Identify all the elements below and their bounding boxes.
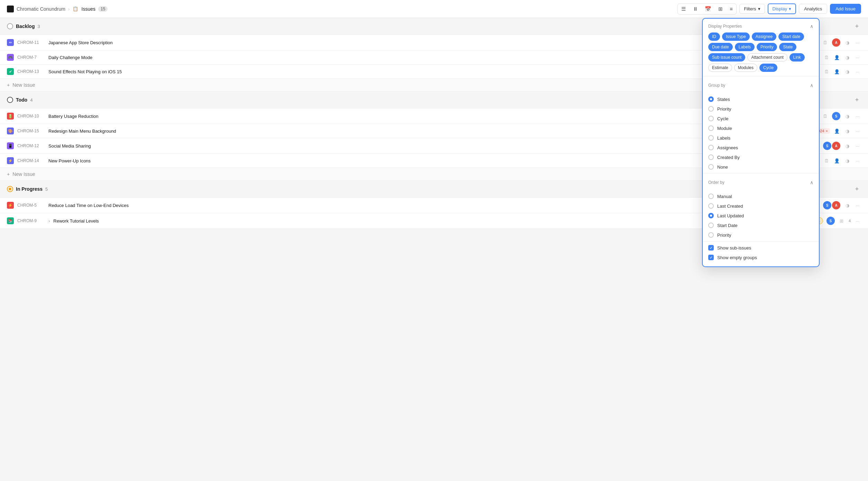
order-by-title: Order by ∧	[708, 180, 813, 185]
analytics-button[interactable]: Analytics	[799, 4, 827, 14]
contrast-icon[interactable]: ◑	[844, 202, 851, 209]
orderby-label-manual: Manual	[717, 194, 732, 199]
groupby-option-created_by[interactable]: Created By	[703, 152, 819, 162]
contrast-icon[interactable]: ◑	[844, 54, 851, 61]
inprogress-add-button[interactable]: +	[853, 185, 861, 193]
issue-type-icon: ⚡	[7, 202, 14, 209]
todo-add-button[interactable]: +	[853, 96, 861, 104]
date-remove-btn[interactable]: ×	[826, 129, 828, 133]
contrast-icon[interactable]: ◑	[844, 113, 851, 120]
more-icon[interactable]: ···	[854, 39, 861, 46]
groupby-label-module: Module	[717, 126, 732, 131]
property-chip-estimate[interactable]: Estimate	[708, 64, 732, 72]
table-view-btn[interactable]: ⊞	[715, 4, 726, 14]
issue-id: CHROM-12	[17, 143, 45, 148]
more-icon[interactable]: ···	[854, 113, 861, 120]
group-by-title: Group by ∧	[708, 83, 813, 88]
filters-button[interactable]: Filters ▾	[739, 4, 765, 14]
calendar-alt-icon[interactable]: 🗓	[823, 68, 830, 75]
property-chip-labels[interactable]: Labels	[735, 43, 755, 51]
more-icon[interactable]: ···	[854, 202, 861, 209]
contrast-icon[interactable]: ◑	[844, 142, 851, 149]
contrast-icon[interactable]: ◑	[844, 128, 851, 134]
orderby-option-last_updated[interactable]: Last Updated	[703, 211, 819, 220]
orderby-option-manual[interactable]: Manual	[703, 191, 819, 201]
calendar-alt-icon[interactable]: 🗓	[823, 157, 830, 164]
todo-count: 4	[30, 97, 33, 103]
issue-meta: 📅 🗓 👤 ◑ ···	[813, 54, 861, 61]
issue-id: CHROM-5	[17, 203, 45, 208]
assign-icon[interactable]: 👤	[833, 128, 840, 134]
contrast-icon[interactable]: ◑	[844, 39, 851, 46]
issue-type-icon: ✔	[7, 68, 14, 75]
layers-icon[interactable]: ⊞	[838, 217, 845, 224]
more-icon[interactable]: ···	[854, 217, 861, 224]
property-chip-link[interactable]: Link	[789, 53, 805, 62]
arrow-icon: ›	[48, 218, 50, 224]
property-chip-due_date[interactable]: Due date	[708, 43, 733, 51]
calendar-alt-icon[interactable]: 🗓	[822, 39, 829, 46]
orderby-option-start_date[interactable]: Start Date	[703, 220, 819, 229]
issue-id: CHROM-15	[17, 129, 45, 133]
new-issue-label: New Issue	[12, 171, 35, 177]
groupby-option-labels[interactable]: Labels	[703, 133, 819, 143]
order-by-collapse-btn[interactable]: ∧	[810, 180, 813, 185]
issue-id: CHROM-13	[17, 69, 45, 74]
contrast-icon[interactable]: ◑	[844, 157, 851, 164]
contrast-icon[interactable]: ◑	[844, 68, 851, 75]
more-icon[interactable]: ···	[854, 157, 861, 164]
property-chip-sub_issue_count[interactable]: Sub issue count	[708, 53, 745, 62]
property-chip-modules[interactable]: Modules	[734, 64, 757, 72]
board-view-btn[interactable]: ⏸	[689, 4, 701, 14]
list-view-btn[interactable]: ☰	[678, 4, 689, 14]
avatar-s: S	[823, 142, 831, 150]
groupby-label-labels: Labels	[717, 135, 730, 141]
groupby-option-cycle[interactable]: Cycle	[703, 114, 819, 123]
groupby-option-module[interactable]: Module	[703, 123, 819, 133]
header: Chromatic Conundrum › 📋 Issues 15 ☰ ⏸ 📅 …	[0, 0, 868, 18]
display-chevron-icon: ▾	[789, 6, 791, 11]
groupby-option-assignees[interactable]: Assignees	[703, 143, 819, 152]
more-icon[interactable]: ···	[854, 128, 861, 134]
property-chip-state[interactable]: State	[779, 43, 796, 51]
new-issue-label: New Issue	[12, 82, 35, 88]
more-icon[interactable]: ···	[854, 68, 861, 75]
assign-icon[interactable]: 👤	[833, 54, 840, 61]
property-chip-issue_type[interactable]: Issue Type	[722, 32, 750, 41]
display-button[interactable]: Display ▾	[768, 3, 796, 14]
issue-title: New Power-Up Icons	[48, 158, 809, 163]
calendar-view-btn[interactable]: 📅	[701, 4, 715, 14]
backlog-add-button[interactable]: +	[853, 22, 861, 30]
issue-type-icon: 📱	[7, 142, 14, 149]
issue-title: Daily Challenge Mode	[48, 55, 809, 60]
groupby-option-priority[interactable]: Priority	[703, 104, 819, 114]
group-by-section: Group by ∧	[703, 78, 819, 94]
assign-icon[interactable]: 👤	[833, 157, 840, 164]
issue-title: Battery Usage Reduction	[48, 114, 808, 119]
property-chip-start_date[interactable]: Start date	[778, 32, 804, 41]
issue-id: CHROM-9	[17, 218, 45, 223]
assign-icon[interactable]: 👤	[833, 68, 840, 75]
calendar-alt-icon[interactable]: 🗓	[823, 54, 830, 61]
more-icon[interactable]: ···	[854, 54, 861, 61]
more-icon[interactable]: ···	[854, 142, 861, 149]
property-chip-cycle[interactable]: Cycle	[759, 64, 777, 72]
app-logo	[7, 6, 14, 12]
issue-id: CHROM-14	[17, 158, 45, 163]
property-chip-attachment_count[interactable]: Attachment count	[747, 53, 787, 62]
groupby-option-none[interactable]: None	[703, 162, 819, 172]
display-props-collapse-btn[interactable]: ∧	[810, 23, 813, 29]
add-issue-button[interactable]: Add Issue	[830, 4, 861, 14]
header-actions: ☰ ⏸ 📅 ⊞ ≡ Filters ▾ Display ▾ Analytics …	[677, 3, 861, 15]
property-chip-id[interactable]: ID	[708, 32, 720, 41]
radio-circle-labels	[708, 135, 714, 141]
property-chip-assignee[interactable]: Assignee	[752, 32, 776, 41]
groupby-option-states[interactable]: States	[703, 94, 819, 104]
orderby-option-last_created[interactable]: Last Created	[703, 201, 819, 211]
property-chip-priority[interactable]: Priority	[757, 43, 777, 51]
radio-circle-created_by	[708, 154, 714, 160]
layer-count: 4	[849, 219, 851, 223]
group-by-collapse-btn[interactable]: ∧	[810, 83, 813, 88]
gantt-view-btn[interactable]: ≡	[726, 4, 736, 14]
calendar-alt-icon[interactable]: 🗓	[822, 113, 829, 120]
